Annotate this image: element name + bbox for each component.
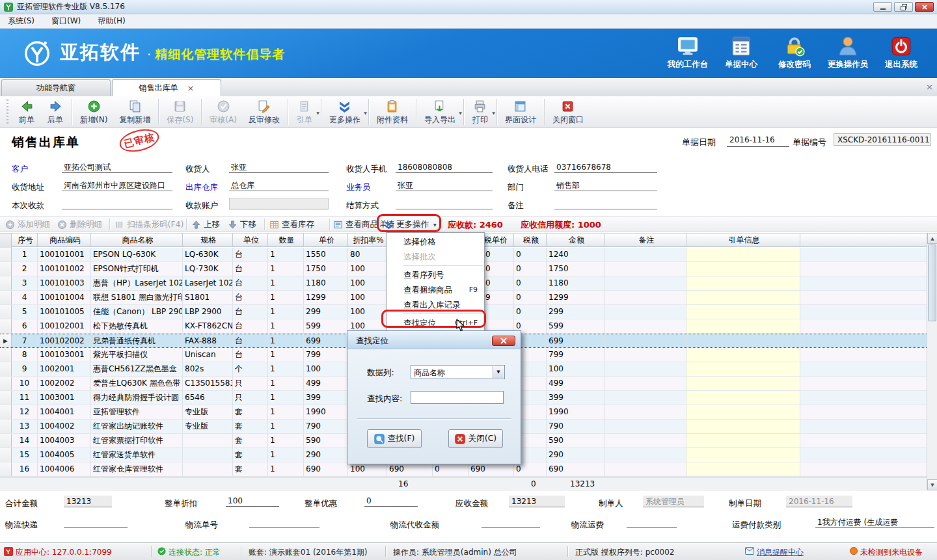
toolbar-copy-add-button[interactable]: 复制新增 xyxy=(113,98,156,127)
freight-type-field[interactable]: 1我方付运费 (生成运费 xyxy=(815,517,934,528)
customer-field[interactable]: 亚拓公司测试 xyxy=(62,161,172,173)
find-locate-dialog[interactable]: 查找定位 数据列: 商品名称 ▼ 查找内容: 查找(F) 关闭(C) xyxy=(347,330,521,464)
find-content-input[interactable] xyxy=(411,391,504,404)
phone-field[interactable]: 03716678678 xyxy=(554,161,657,173)
message-center-link[interactable]: 消息提醒中心 xyxy=(757,547,804,558)
warehouse-label[interactable]: 出库仓库 xyxy=(185,182,218,193)
header-action-3[interactable]: 更换操作员 xyxy=(821,36,875,70)
toolbar-more-ops-button[interactable]: 更多操作▼ xyxy=(323,98,366,127)
column-header[interactable]: 备注 xyxy=(605,233,686,247)
menu-item-0[interactable]: 选择价格 xyxy=(387,234,484,249)
toolbar-add-button[interactable]: 新增(N) xyxy=(74,98,113,127)
tabstrip-close-icon[interactable]: × xyxy=(926,82,933,92)
header-action-1[interactable]: 单据中心 xyxy=(714,36,768,70)
device-status: 未检测到来电设备 xyxy=(860,547,923,558)
receivable-label: 应收金额 xyxy=(455,498,488,509)
tab-close-icon[interactable]: × xyxy=(187,83,195,93)
minimize-button[interactable] xyxy=(873,2,892,12)
payment-field[interactable] xyxy=(62,198,172,209)
receivable-field: 13213 xyxy=(509,496,565,507)
restore-button[interactable] xyxy=(894,2,913,12)
scrollbar-thumb[interactable] xyxy=(928,245,936,321)
toolbar-close-window-button[interactable]: 关闭窗口 xyxy=(547,98,590,127)
toolbar-import-export-button[interactable]: 导入导出▼ xyxy=(418,98,461,127)
menu-help[interactable]: 帮助(H) xyxy=(98,16,125,27)
toolbar-ui-design-button[interactable]: 界面设计 xyxy=(499,98,542,127)
column-header[interactable]: 商品名称 xyxy=(91,233,183,247)
salesman-label[interactable]: 业务员 xyxy=(346,182,371,193)
scroll-up-icon[interactable]: ▲ xyxy=(927,233,937,244)
chevron-down-icon[interactable]: ▼ xyxy=(493,366,504,378)
dialog-titlebar[interactable]: 查找定位 xyxy=(347,331,521,349)
dept-field[interactable]: 销售部 xyxy=(554,180,657,191)
column-header[interactable]: 引单信息 xyxy=(686,233,800,247)
device-alert-icon xyxy=(850,547,858,555)
customer-label[interactable]: 客户 xyxy=(12,164,28,175)
order-promo-field[interactable]: 0 xyxy=(364,496,418,507)
menu-item-3[interactable]: 查看序列号 xyxy=(387,267,484,282)
column-header[interactable]: 规格 xyxy=(183,233,233,247)
column-header[interactable]: 单价 xyxy=(304,233,348,247)
toolbar-print-button[interactable]: 打印▼ xyxy=(466,98,495,127)
dialog-title: 查找定位 xyxy=(356,336,388,347)
menu-item-4[interactable]: 查看捆绑商品F9 xyxy=(387,282,484,297)
menu-system[interactable]: 系统(S) xyxy=(8,16,34,27)
waybill-field[interactable] xyxy=(249,517,319,528)
dialog-close-button[interactable] xyxy=(492,336,515,346)
column-header[interactable]: 金额 xyxy=(547,233,605,247)
column-header[interactable]: 序号 xyxy=(12,233,38,247)
chevron-down-icon[interactable]: ▼ xyxy=(492,111,495,115)
toolbar-prev-button[interactable]: 前单 xyxy=(12,98,41,127)
data-column-select[interactable]: 商品名称 ▼ xyxy=(411,365,505,379)
column-header[interactable]: 商品编码 xyxy=(38,233,91,247)
column-header[interactable]: 折扣率% xyxy=(348,233,387,247)
chevron-down-icon[interactable]: ▼ xyxy=(316,111,319,115)
toolbar-unaudit-button[interactable]: 反审修改 xyxy=(243,98,286,127)
table-row[interactable]: 161004006红管家仓库管理软件套169010069006900690 xyxy=(0,462,927,477)
add-detail-icon xyxy=(5,220,15,230)
vertical-scrollbar[interactable]: ▲ ▼ xyxy=(927,233,937,490)
chevron-down-icon[interactable]: ▼ xyxy=(364,111,367,115)
chevron-down-icon[interactable]: ▼ xyxy=(459,111,462,115)
summary-count: 16 xyxy=(398,479,408,488)
scroll-down-icon[interactable]: ▼ xyxy=(927,479,937,490)
total-field: 13213 xyxy=(64,496,112,507)
close-icon xyxy=(455,434,465,444)
column-header[interactable]: 数量 xyxy=(268,233,304,247)
mobile-field[interactable]: 18608080808 xyxy=(396,161,493,173)
menu-window[interactable]: 窗口(W) xyxy=(51,16,81,27)
remark-field[interactable] xyxy=(554,198,657,209)
order-discount-field[interactable]: 100 xyxy=(226,496,279,507)
address-field[interactable]: 河南省郑州市中原区建设路口 xyxy=(62,180,172,191)
find-button[interactable]: 查找(F) xyxy=(367,429,422,448)
header-action-4[interactable]: 退出系统 xyxy=(875,36,928,70)
header-action-0[interactable]: 我的工作台 xyxy=(661,36,714,70)
freight-field[interactable] xyxy=(627,517,677,528)
warehouse-field[interactable]: 总仓库 xyxy=(229,180,329,191)
detail-toolbar-move-up-button[interactable]: 上移 xyxy=(191,218,220,231)
row-indicator xyxy=(0,291,12,304)
detail-toolbar-view-stock-button[interactable]: 查看库存 xyxy=(269,218,314,231)
toolbar-next-button[interactable]: 后单 xyxy=(41,98,70,127)
detail-toolbar-move-down-button[interactable]: 下移 xyxy=(228,218,256,231)
tab-sales-outbound[interactable]: 销售出库单× xyxy=(112,79,221,96)
payment-label: 本次收款 xyxy=(12,200,44,211)
express-field[interactable] xyxy=(64,517,128,528)
toolbar-attachment-button[interactable]: 附件资料 xyxy=(371,98,414,127)
tab-nav-window[interactable]: 功能导航窗 xyxy=(1,79,111,96)
settle-field[interactable] xyxy=(396,198,493,209)
cod-field[interactable] xyxy=(482,517,540,528)
window-titlebar[interactable]: 亚拓管理软件专业版 V8.5.176 xyxy=(0,0,937,14)
close-button[interactable] xyxy=(915,2,934,12)
consignee-field[interactable]: 张亚 xyxy=(229,161,329,173)
document-header: 销售出库单 已审核 单据日期 2016-11-16 单据编号 XSCKD-201… xyxy=(0,128,937,156)
row-indicator xyxy=(0,362,12,376)
column-header[interactable]: 税额 xyxy=(514,233,547,247)
salesman-field[interactable]: 张亚 xyxy=(396,180,493,191)
dialog-close-action-button[interactable]: 关闭(C) xyxy=(448,429,503,448)
bill-date-field[interactable]: 2016-11-16 xyxy=(727,134,789,147)
annotation-find-locate xyxy=(381,310,486,328)
header-action-2[interactable]: 修改密码 xyxy=(768,36,821,70)
brand-slogan: 精细化管理软件倡导者 xyxy=(155,46,285,63)
column-header[interactable]: 单位 xyxy=(233,233,268,247)
